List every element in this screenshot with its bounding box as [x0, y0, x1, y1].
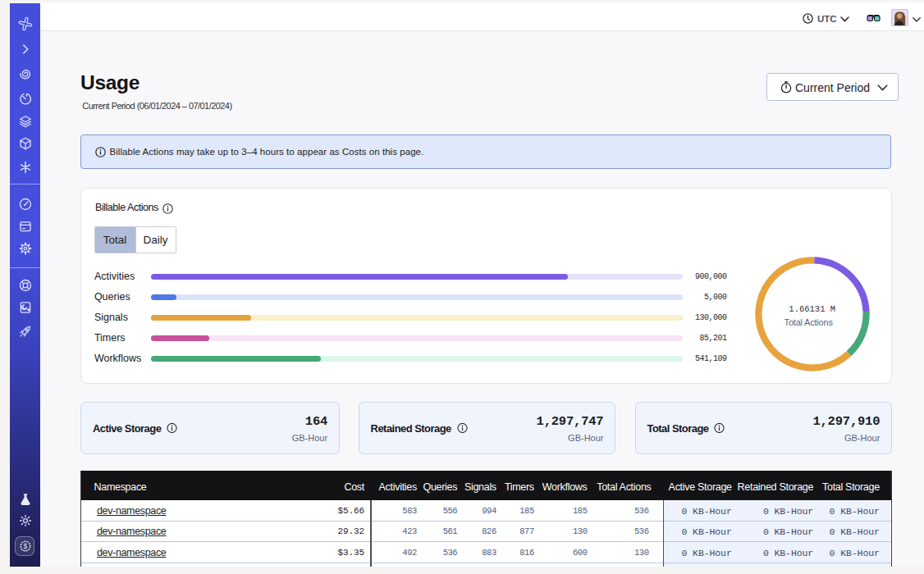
svg-text:$: $ [23, 542, 27, 550]
